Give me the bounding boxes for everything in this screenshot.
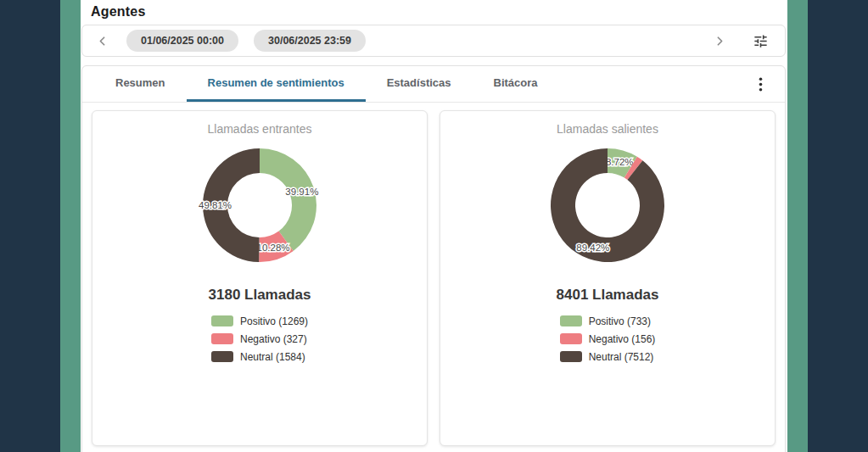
next-period-button[interactable] [710, 31, 729, 50]
tune-sliders-icon [753, 33, 769, 49]
tabs-bar: Resumen Resumen de sentimientos Estadíst… [82, 66, 785, 103]
legend-label: Positivo (733) [589, 315, 651, 327]
legend-item-positivo[interactable]: Positivo (1269) [211, 314, 308, 328]
outgoing-calls-title: Llamadas salientes [440, 122, 775, 136]
legend-swatch-icon [560, 333, 582, 344]
legend-label: Neutral (7512) [589, 351, 654, 363]
legend-swatch-icon [560, 351, 582, 362]
outgoing-calls-card: Llamadas salientes 8.72%89.42% 8401 Llam… [440, 110, 776, 446]
legend-swatch-icon [560, 315, 582, 326]
donut-slice-positivo[interactable] [260, 148, 316, 251]
outgoing-calls-donut-chart: 8.72%89.42% [440, 137, 775, 274]
accent-strip-left [60, 0, 81, 452]
incoming-calls-title: Llamadas entrantes [92, 122, 427, 136]
legend-label: Neutral (1584) [240, 351, 305, 363]
legend-item-negativo[interactable]: Negativo (156) [560, 332, 656, 346]
page-header: Agentes [81, 0, 787, 24]
chevron-left-icon [95, 34, 109, 48]
incoming-calls-legend: Positivo (1269)Negativo (327)Neutral (15… [211, 314, 308, 367]
donut-slice-label: 39.91% [285, 187, 318, 197]
date-end-chip[interactable]: 30/06/2025 23:59 [254, 30, 366, 52]
previous-period-button[interactable] [92, 31, 111, 50]
legend-label: Negativo (156) [589, 333, 656, 345]
legend-item-neutral[interactable]: Neutral (7512) [560, 349, 656, 364]
tabs-panel: Resumen Resumen de sentimientos Estadíst… [81, 65, 786, 452]
donut-slice-label: 8.72% [606, 157, 634, 167]
incoming-calls-total: 3180 Llamadas [92, 287, 427, 304]
date-start-chip[interactable]: 01/06/2025 00:00 [126, 30, 238, 52]
incoming-calls-donut-chart: 39.91%10.28%49.81% [92, 137, 427, 274]
legend-swatch-icon [211, 351, 233, 362]
incoming-calls-card: Llamadas entrantes 39.91%10.28%49.81% 31… [92, 110, 428, 446]
donut-slice-label: 10.28% [257, 243, 290, 253]
donut-slice-label: 89.42% [576, 243, 609, 253]
outgoing-calls-total: 8401 Llamadas [440, 287, 775, 304]
tab-resumen[interactable]: Resumen [94, 66, 187, 102]
tab-resumen-de-sentimientos[interactable]: Resumen de sentimientos [187, 66, 366, 102]
charts-row: Llamadas entrantes 39.91%10.28%49.81% 31… [82, 103, 785, 446]
background-panel-right [808, 0, 868, 452]
legend-label: Negativo (327) [240, 333, 307, 345]
legend-item-negativo[interactable]: Negativo (327) [211, 332, 308, 346]
accent-strip-right [787, 0, 808, 452]
kebab-menu-icon [759, 77, 763, 92]
background-panel-left [0, 0, 60, 452]
tab-bitacora[interactable]: Bitácora [473, 66, 559, 102]
more-options-button[interactable] [751, 75, 770, 93]
tab-estadisticas[interactable]: Estadísticas [366, 66, 473, 102]
legend-item-neutral[interactable]: Neutral (1584) [211, 349, 308, 364]
date-range-toolbar: 01/06/2025 00:00 30/06/2025 23:59 [81, 25, 786, 57]
content-area: Agentes 01/06/2025 00:00 30/06/2025 23:5… [81, 0, 787, 452]
chevron-right-icon [713, 34, 727, 48]
app-window: Agentes 01/06/2025 00:00 30/06/2025 23:5… [0, 0, 868, 452]
legend-swatch-icon [211, 315, 233, 326]
legend-label: Positivo (1269) [240, 315, 308, 327]
page-title: Agentes [91, 4, 146, 20]
donut-slice-label: 49.81% [199, 200, 232, 210]
legend-item-positivo[interactable]: Positivo (733) [560, 314, 656, 328]
outgoing-calls-legend: Positivo (733)Negativo (156)Neutral (751… [560, 314, 656, 367]
legend-swatch-icon [211, 333, 233, 344]
filter-settings-button[interactable] [751, 31, 770, 50]
